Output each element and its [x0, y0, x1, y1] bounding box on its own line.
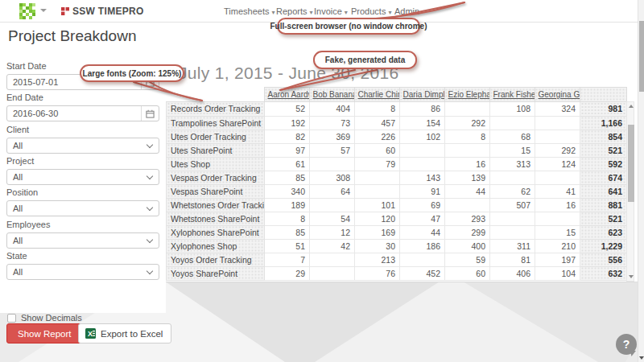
nav-item-invoice[interactable]: Invoice▾: [314, 6, 348, 16]
nav-item-reports[interactable]: Reports▾: [276, 6, 313, 16]
date-input-end-date[interactable]: 2016-06-30: [6, 105, 159, 121]
value-cell: 292: [445, 116, 490, 130]
value-cell: 47: [400, 212, 445, 225]
chevron-down-icon: [147, 236, 153, 242]
company-pixel-logo-icon[interactable]: [19, 3, 35, 19]
scroll-up-icon[interactable]: [629, 105, 634, 108]
page-scrollbar-handle[interactable]: [639, 21, 644, 92]
value-cell: 404: [310, 102, 355, 116]
help-button[interactable]: ?: [616, 334, 637, 355]
value-cell: 85: [265, 171, 310, 184]
chevron-down-icon: ▾: [271, 9, 275, 16]
value-cell: [400, 157, 445, 171]
table-row: Trampolines SharePoint192734571542921,16…: [167, 116, 627, 130]
value-cell: 124: [535, 157, 580, 171]
value-cell: [355, 184, 400, 198]
select-project[interactable]: All: [6, 169, 159, 185]
filter-value-client: All: [13, 141, 23, 150]
value-cell: 16: [535, 198, 580, 212]
value-cell: 169: [355, 225, 400, 239]
calendar-icon[interactable]: [141, 106, 159, 121]
project-name-cell: Yoyos Order Tracking: [167, 253, 265, 266]
project-name-cell: Trampolines SharePoint: [167, 116, 265, 130]
select-state[interactable]: All: [6, 264, 159, 280]
column-header-ezio[interactable]: Ezio Elephant: [444, 88, 489, 102]
report-table-body: Records Order Tracking52404886108324981T…: [166, 102, 634, 282]
value-cell: 102: [400, 130, 445, 143]
select-position[interactable]: All: [6, 200, 159, 216]
value-cell: 64: [310, 184, 355, 198]
nav-item-admin[interactable]: Admin: [394, 6, 419, 16]
table-row: Utes SharePoint97576015292521: [167, 143, 627, 157]
value-cell: 81: [490, 253, 535, 266]
value-cell: 226: [355, 130, 400, 143]
filter-value-position: All: [13, 204, 23, 213]
column-header-georgina[interactable]: Georgina Gir...: [535, 88, 580, 102]
show-report-button[interactable]: Show Report: [6, 323, 82, 343]
value-cell: [535, 130, 580, 143]
table-row: Xylophones Shop5142301864003112101,229: [167, 239, 627, 253]
filter-value-start-date: 2015-07-01: [13, 77, 58, 87]
export-to-excel-button[interactable]: X Export to Excel: [78, 323, 171, 343]
total-cell: 854: [580, 130, 627, 143]
value-cell: [445, 102, 490, 116]
value-cell: 7: [265, 253, 310, 266]
total-cell: 556: [580, 253, 627, 266]
value-cell: 52: [265, 102, 310, 116]
nav-item-label: Admin: [394, 6, 419, 16]
table-scrollbar[interactable]: [626, 87, 634, 282]
table-row: Yoyos Order Tracking72135981197556: [167, 253, 627, 266]
column-header-charlie[interactable]: Charlie Chimp: [354, 88, 399, 102]
page-title: Project Breakdown: [8, 27, 136, 45]
value-cell: [445, 198, 490, 212]
total-cell: 641: [580, 184, 627, 198]
page-scrollbar[interactable]: [638, 0, 644, 362]
table-row: Vespas Order Tracking85308143139674: [167, 171, 627, 184]
value-cell: 457: [355, 116, 400, 130]
column-header-aaron[interactable]: Aaron Aardva...: [264, 88, 309, 102]
app-brand[interactable]: SSW TIMEPRO: [61, 6, 144, 17]
show-decimals-option[interactable]: Show Decimals: [7, 313, 82, 323]
value-cell: 197: [535, 253, 580, 266]
chevron-down-icon: [147, 173, 153, 179]
value-cell: [445, 143, 490, 157]
value-cell: 16: [445, 157, 490, 171]
table-scrollbar-handle[interactable]: [628, 125, 634, 202]
nav-item-label: Products: [351, 6, 386, 16]
value-cell: 8: [265, 212, 310, 225]
header-project-column: [166, 88, 264, 102]
value-cell: 313: [490, 157, 535, 171]
page-scroll-down-icon[interactable]: [639, 356, 644, 360]
value-cell: [310, 266, 355, 280]
filter-group-position: PositionAll: [6, 187, 159, 216]
total-cell: 981: [580, 102, 627, 116]
total-cell: 521: [580, 212, 627, 225]
nav-item-products[interactable]: Products▾: [351, 6, 391, 16]
filter-label-project: Project: [6, 156, 159, 166]
project-name-cell: Yoyos SharePoint: [167, 266, 265, 280]
nav-item-timesheets[interactable]: Timesheets▾: [224, 6, 275, 16]
column-header-daria[interactable]: Daria Dimples: [399, 88, 444, 102]
value-cell: [355, 171, 400, 184]
scroll-down-icon[interactable]: [629, 275, 634, 278]
report-table: Aaron Aardva...Bob BananaCharlie ChimpDa…: [166, 87, 634, 282]
chevron-down-icon: ▾: [345, 9, 348, 16]
value-cell: 60: [445, 266, 490, 280]
value-cell: 299: [445, 225, 490, 239]
select-employees[interactable]: All: [6, 232, 159, 249]
show-decimals-checkbox[interactable]: [7, 314, 16, 323]
value-cell: 44: [445, 184, 490, 198]
logo-dropdown-caret-icon[interactable]: [40, 9, 47, 12]
project-name-cell: Vespas Order Tracking: [167, 171, 265, 184]
value-cell: 8: [355, 102, 400, 116]
total-cell: 592: [580, 157, 627, 171]
value-cell: [535, 116, 580, 130]
column-header-frank[interactable]: Frank Fisher: [489, 88, 535, 102]
callout-large-fonts: Large fonts (Zoom: 125%): [80, 64, 184, 82]
select-client[interactable]: All: [6, 138, 159, 154]
value-cell: [400, 253, 445, 266]
column-header-bob[interactable]: Bob Banana: [309, 88, 354, 102]
value-cell: 85: [265, 225, 310, 239]
table-scrollbar-track[interactable]: [626, 101, 634, 282]
value-cell: 101: [355, 198, 400, 212]
